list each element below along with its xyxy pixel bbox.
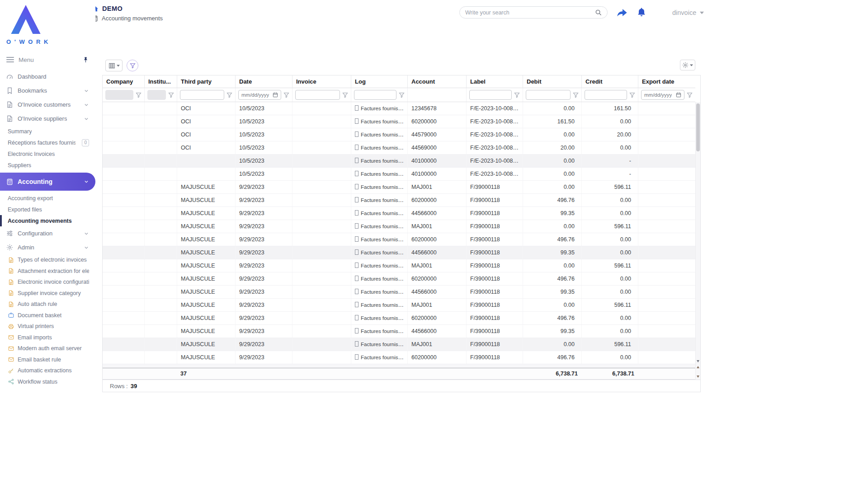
filter-input-debit[interactable] <box>529 92 567 98</box>
sidebar-item-accounting[interactable]: Accounting <box>0 173 95 191</box>
scrollbar-thumb[interactable] <box>696 103 700 151</box>
table-row[interactable]: OCI10/5/2023Factures fournisseurs1234567… <box>103 102 695 115</box>
horizontal-scrollbar[interactable] <box>103 364 695 368</box>
filter-menu-icon[interactable] <box>399 92 405 98</box>
share-button[interactable] <box>616 7 628 19</box>
table-row[interactable]: OCI10/5/2023Factures fournisseurs6020000… <box>103 115 695 128</box>
sidebar-item-supplier-invoice-category[interactable]: Supplier invoice category <box>0 288 95 299</box>
table-row[interactable]: MAJUSCULE9/29/2023Factures fournisseursM… <box>103 181 695 194</box>
filter-input-credit[interactable] <box>588 92 624 98</box>
user-menu[interactable]: dinvoice <box>672 9 704 16</box>
document-icon <box>8 279 14 285</box>
sidebar-item-dashboard[interactable]: Dashboard <box>0 70 95 84</box>
sidebar-item-accounting-export[interactable]: Accounting export <box>0 192 95 204</box>
filter-menu-icon[interactable] <box>168 92 174 98</box>
filter-menu-icon[interactable] <box>342 92 348 98</box>
sidebar-item-types-of-electronic-invoices[interactable]: Types of electronic invoices <box>0 254 95 266</box>
filter-menu-icon[interactable] <box>687 92 693 98</box>
table-row[interactable]: MAJUSCULE9/29/2023Factures fournisseursM… <box>103 338 695 351</box>
sidebar-item-configuration[interactable]: Configuration <box>0 226 95 240</box>
sidebar-item-admin[interactable]: Admin <box>0 240 95 254</box>
sidebar-item-electronic-invoices[interactable]: Electronic Invoices <box>0 148 95 160</box>
table-row[interactable]: MAJUSCULE9/29/2023Factures fournisseurs6… <box>103 233 695 246</box>
filter-menu-icon[interactable] <box>514 92 520 98</box>
column-header-date[interactable]: Date <box>235 75 292 88</box>
sidebar-item-workflow-status[interactable]: Workflow status <box>0 376 95 388</box>
cell-date: 9/29/2023 <box>235 246 292 259</box>
sidebar-item-auto-attach-rule[interactable]: Auto attach rule <box>0 299 95 310</box>
table-row[interactable]: MAJUSCULE9/29/2023Factures fournisseurs6… <box>103 272 695 286</box>
cell-institution <box>144 207 177 220</box>
vertical-scrollbar[interactable] <box>695 102 700 364</box>
summary-scrollbar[interactable] <box>695 364 700 380</box>
table-row[interactable]: MAJUSCULE9/29/2023Factures fournisseurs4… <box>103 286 695 299</box>
column-header-debit[interactable]: Debit <box>523 75 581 88</box>
search-input[interactable] <box>465 9 591 16</box>
sidebar-item-r-ceptions-factures-fournisseurs[interactable]: Réceptions factures fournisseurs0 <box>0 137 95 148</box>
filter-menu-icon[interactable] <box>573 92 579 98</box>
filter-input-third_party[interactable] <box>183 92 221 98</box>
column-header-log[interactable]: Log <box>351 75 407 88</box>
table-row[interactable]: MAJUSCULE9/29/2023Factures fournisseurs6… <box>103 194 695 207</box>
scroll-down-icon[interactable] <box>697 360 699 362</box>
sidebar-item-electronic-invoice-configuration[interactable]: Electronic invoice configuration <box>0 277 95 288</box>
sidebar-item-bookmarks[interactable]: Bookmarks <box>0 84 95 98</box>
table-row[interactable]: OCI10/5/2023Factures fournisseurs4456900… <box>103 141 695 155</box>
hamburger-menu-icon[interactable] <box>6 56 14 63</box>
filter-menu-icon[interactable] <box>629 92 635 98</box>
filter-input-invoice[interactable] <box>298 92 337 98</box>
notifications-button[interactable] <box>636 7 647 19</box>
column-header-export_date[interactable]: Export date <box>638 75 695 88</box>
sidebar-item-email-basket-rule[interactable]: Email basket rule <box>0 354 95 366</box>
table-row[interactable]: MAJUSCULE9/29/2023Factures fournisseurs4… <box>103 325 695 338</box>
table-row[interactable]: MAJUSCULE9/29/2023Factures fournisseursM… <box>103 299 695 312</box>
filter-input-label[interactable] <box>472 92 509 98</box>
sidebar-item-automatic-extractions[interactable]: Automatic extractions <box>0 365 95 376</box>
pin-sidebar-icon[interactable] <box>82 56 89 63</box>
scroll-down-icon[interactable] <box>697 375 699 378</box>
filter-menu-icon[interactable] <box>226 92 232 98</box>
sidebar-item-attachment-extraction-for-electroni[interactable]: Attachment extraction for electroni <box>0 266 95 277</box>
column-header-company[interactable]: Company <box>103 75 144 88</box>
column-header-third_party[interactable]: Third party <box>177 75 235 88</box>
table-row[interactable]: MAJUSCULE9/29/2023Factures fournisseurs6… <box>103 312 695 325</box>
column-header-institution[interactable]: Institu... <box>144 75 177 88</box>
table-row[interactable]: OCI10/5/2023Factures fournisseurs4457900… <box>103 128 695 141</box>
filter-date-input-export_date[interactable]: mm/dd/yyyy <box>641 90 684 100</box>
sidebar-item-virtual-printers[interactable]: Virtual printers <box>0 321 95 332</box>
table-row[interactable]: MAJUSCULE9/29/2023Factures fournisseursM… <box>103 259 695 272</box>
filter-toggle-button[interactable] <box>127 60 138 71</box>
cell-export_date <box>638 207 695 220</box>
column-chooser-button[interactable] <box>105 60 123 71</box>
column-header-invoice[interactable]: Invoice <box>292 75 351 88</box>
sidebar-item-document-basket[interactable]: Document basket <box>0 310 95 321</box>
search-bar[interactable] <box>459 6 608 19</box>
filter-date-input-date[interactable]: mm/dd/yyyy <box>238 90 281 100</box>
cell-third_party: MAJUSCULE <box>177 207 235 220</box>
filter-menu-icon[interactable] <box>136 92 142 98</box>
filter-menu-icon[interactable] <box>283 92 289 98</box>
sidebar-item-email-imports[interactable]: Email imports <box>0 332 95 343</box>
table-row[interactable]: 10/5/2023Factures fournisseurs40100000F/… <box>103 168 695 181</box>
app-logo[interactable]: O ' W O R K <box>0 0 95 53</box>
column-header-label[interactable]: Label <box>466 75 523 88</box>
table-row[interactable]: 10/5/2023Factures fournisseurs40100000F/… <box>103 155 695 168</box>
filter-input-log[interactable] <box>357 92 393 98</box>
sidebar-item-accounting-movements[interactable]: Accounting movements <box>0 215 95 226</box>
scroll-up-icon[interactable] <box>697 366 699 368</box>
grid-settings-button[interactable] <box>680 60 695 70</box>
search-icon[interactable] <box>595 9 602 16</box>
table-row[interactable]: MAJUSCULE9/29/2023Factures fournisseurs4… <box>103 246 695 259</box>
sidebar-item-suppliers[interactable]: Suppliers <box>0 160 95 171</box>
sidebar-item-o-invoice-customers[interactable]: O'Invoice customers <box>0 98 95 112</box>
column-header-account[interactable]: Account <box>407 75 466 88</box>
table-row[interactable]: MAJUSCULE9/29/2023Factures fournisseursM… <box>103 220 695 233</box>
cell-debit: 0.00 <box>523 299 581 311</box>
column-header-credit[interactable]: Credit <box>581 75 638 88</box>
sidebar-item-summary[interactable]: Summary <box>0 126 95 137</box>
sidebar-item-o-invoice-suppliers[interactable]: O'Invoice suppliers <box>0 112 95 126</box>
table-row[interactable]: MAJUSCULE9/29/2023Factures fournisseurs6… <box>103 351 695 364</box>
table-row[interactable]: MAJUSCULE9/29/2023Factures fournisseurs4… <box>103 207 695 220</box>
sidebar-item-modern-auth-email-server[interactable]: Modern auth email server <box>0 343 95 354</box>
sidebar-item-exported-files[interactable]: Exported files <box>0 204 95 215</box>
